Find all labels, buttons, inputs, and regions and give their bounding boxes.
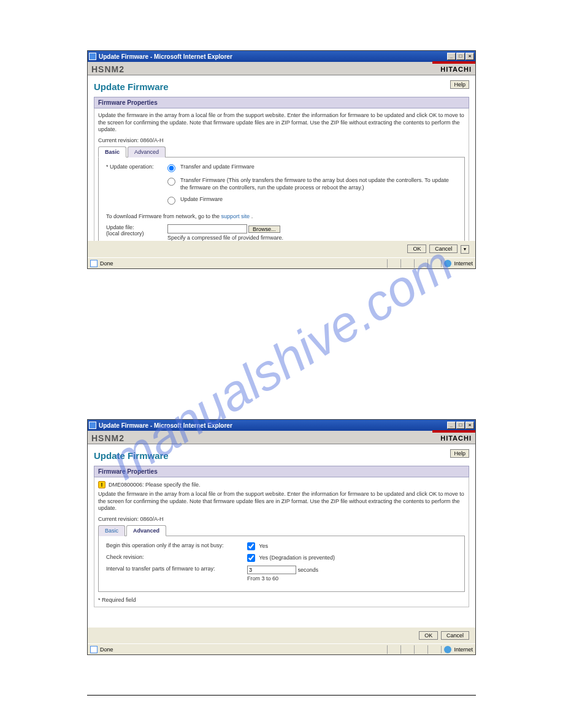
page-icon bbox=[90, 260, 98, 267]
panel-body: ! DME0800006: Please specify the file. U… bbox=[94, 477, 469, 607]
browser-window-advanced: Update Firmware - Microsoft Internet Exp… bbox=[87, 419, 476, 655]
status-text: Done bbox=[100, 646, 387, 653]
minimize-button[interactable]: _ bbox=[447, 422, 456, 429]
update-file-input[interactable] bbox=[167, 224, 247, 233]
minimize-button[interactable]: _ bbox=[447, 53, 456, 60]
zone-label: Internet bbox=[454, 260, 473, 267]
ie-icon bbox=[89, 53, 96, 60]
close-button[interactable]: × bbox=[465, 53, 474, 60]
ok-button[interactable]: OK bbox=[419, 631, 438, 640]
update-operation-label: * Update operation: bbox=[106, 164, 167, 170]
footer-buttons: OK Cancel ▼ bbox=[88, 241, 475, 257]
help-button[interactable]: Help bbox=[450, 80, 469, 89]
tab-pane-advanced: Begin this operation only if the array i… bbox=[98, 536, 465, 592]
current-revision-value: 0860/A-H bbox=[140, 137, 164, 143]
footer-buttons: OK Cancel bbox=[88, 628, 475, 643]
begin-operation-yes: Yes bbox=[259, 543, 268, 549]
radio-transfer-and-update-label: Transfer and update Firmware bbox=[180, 164, 457, 171]
alert-text: DME0800006: Please specify the file. bbox=[109, 482, 201, 488]
tab-pane-basic: * Update operation: Transfer and update … bbox=[98, 157, 465, 241]
radio-transfer-only-label: Transfer Firmware (This only transfers t… bbox=[180, 177, 457, 191]
app-bar: HSNM2 HITACHI bbox=[88, 62, 475, 75]
current-revision: Current revision: 0860/A-H bbox=[98, 137, 465, 143]
download-suffix: . bbox=[250, 213, 253, 219]
app-name: HSNM2 bbox=[88, 62, 475, 77]
close-button[interactable]: × bbox=[465, 422, 474, 429]
description-text: Update the firmware in the array from a … bbox=[98, 112, 465, 134]
titlebar: Update Firmware - Microsoft Internet Exp… bbox=[88, 51, 475, 62]
interval-label: Interval to transfer parts of firmware t… bbox=[106, 566, 247, 572]
description-text: Update the firmware in the array from a … bbox=[98, 491, 465, 512]
tab-advanced[interactable]: Advanced bbox=[126, 525, 166, 536]
brand-stripe bbox=[432, 430, 475, 433]
titlebar: Update Firmware - Microsoft Internet Exp… bbox=[88, 420, 475, 431]
panel-header: Firmware Properties bbox=[94, 466, 469, 477]
support-site-link[interactable]: support site bbox=[221, 213, 250, 219]
zone-label: Internet bbox=[454, 646, 473, 653]
interval-input[interactable] bbox=[247, 566, 296, 574]
internet-zone-icon bbox=[444, 646, 451, 653]
radio-transfer-and-update[interactable] bbox=[167, 164, 175, 172]
tab-basic[interactable]: Basic bbox=[98, 525, 125, 536]
radio-update-only-label: Update Firmware bbox=[180, 196, 457, 203]
status-bar: Done Internet bbox=[88, 257, 475, 268]
window-title: Update Firmware - Microsoft Internet Exp… bbox=[99, 53, 446, 60]
security-zone: Internet bbox=[441, 260, 473, 267]
radio-transfer-only[interactable] bbox=[167, 178, 175, 186]
cancel-button[interactable]: Cancel bbox=[441, 631, 469, 640]
check-revision-checkbox[interactable] bbox=[247, 554, 255, 562]
update-file-sublabel: (local directory) bbox=[106, 230, 167, 237]
page-icon bbox=[90, 646, 98, 653]
maximize-button[interactable]: □ bbox=[456, 53, 465, 60]
brand-label: HITACHI bbox=[440, 66, 472, 73]
alert-message: ! DME0800006: Please specify the file. bbox=[98, 481, 465, 488]
app-bar: HSNM2 HITACHI bbox=[88, 431, 475, 444]
ie-icon bbox=[89, 422, 96, 429]
download-text: To download Firmware from network, go to… bbox=[106, 213, 457, 219]
warning-icon: ! bbox=[98, 481, 105, 488]
update-file-label: Update file: bbox=[106, 224, 167, 230]
maximize-button[interactable]: □ bbox=[456, 422, 465, 429]
browser-window-basic: Update Firmware - Microsoft Internet Exp… bbox=[87, 50, 476, 269]
begin-operation-checkbox[interactable] bbox=[247, 542, 255, 550]
browse-button[interactable]: Browse... bbox=[248, 226, 280, 233]
current-revision: Current revision: 0860/A-H bbox=[98, 516, 465, 522]
current-revision-label: Current revision: bbox=[98, 137, 139, 143]
cancel-button[interactable]: Cancel bbox=[429, 245, 458, 253]
brand-label: HITACHI bbox=[440, 434, 472, 442]
tab-basic[interactable]: Basic bbox=[98, 146, 126, 157]
help-button[interactable]: Help bbox=[450, 449, 469, 458]
file-hint: Specify a compressed file of provided fi… bbox=[167, 235, 457, 241]
status-bar: Done Internet bbox=[88, 643, 475, 654]
window-title: Update Firmware - Microsoft Internet Exp… bbox=[99, 422, 446, 429]
interval-range: From 3 to 60 bbox=[247, 575, 457, 582]
current-revision-value: 0860/A-H bbox=[140, 516, 164, 522]
tabs: Basic Advanced bbox=[98, 525, 465, 536]
security-zone: Internet bbox=[441, 646, 473, 653]
page-title: Update Firmware bbox=[94, 448, 469, 466]
internet-zone-icon bbox=[444, 260, 451, 267]
begin-operation-label: Begin this operation only if the array i… bbox=[106, 542, 247, 548]
panel-header: Firmware Properties bbox=[94, 97, 469, 108]
required-field-note: * Required field bbox=[98, 597, 465, 603]
panel-body: Update the firmware in the array from a … bbox=[94, 108, 469, 241]
page-footer-rule bbox=[87, 695, 476, 696]
tab-advanced[interactable]: Advanced bbox=[128, 146, 166, 157]
ok-button[interactable]: OK bbox=[407, 245, 426, 253]
status-text: Done bbox=[100, 260, 387, 267]
page-title: Update Firmware bbox=[94, 79, 469, 97]
interval-units: seconds bbox=[298, 567, 319, 573]
check-revision-yes: Yes (Degradation is prevented) bbox=[259, 555, 335, 561]
app-name: HSNM2 bbox=[88, 431, 475, 446]
download-prefix: To download Firmware from network, go to… bbox=[106, 213, 221, 219]
scroll-down-icon[interactable]: ▼ bbox=[461, 245, 469, 254]
radio-update-only[interactable] bbox=[167, 197, 175, 205]
brand-stripe bbox=[432, 61, 475, 64]
check-revision-label: Check revision: bbox=[106, 554, 247, 560]
tabs: Basic Advanced bbox=[98, 146, 465, 157]
current-revision-label: Current revision: bbox=[98, 516, 139, 522]
